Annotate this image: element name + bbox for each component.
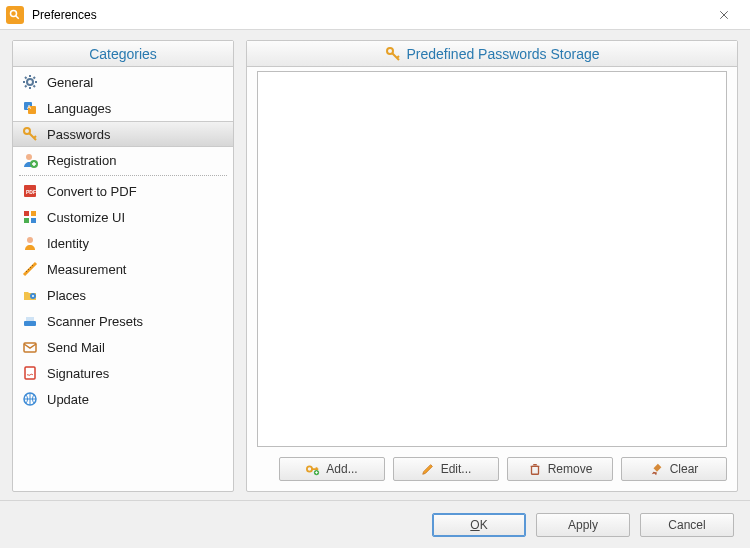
sidebar-item-label: Languages: [47, 101, 111, 116]
sidebar-item-customize-ui[interactable]: Customize UI: [13, 204, 233, 230]
main-title: Predefined Passwords Storage: [407, 46, 600, 62]
close-icon: [718, 9, 730, 21]
sidebar-item-scanner-presets[interactable]: Scanner Presets: [13, 308, 233, 334]
sidebar-item-label: Customize UI: [47, 210, 125, 225]
sidebar-item-label: Signatures: [47, 366, 109, 381]
ruler-icon: [21, 260, 39, 278]
category-separator: [19, 175, 227, 176]
person-add-icon: [21, 151, 39, 169]
key-icon: [21, 125, 39, 143]
clear-button-label: Clear: [670, 462, 699, 476]
sidebar-item-label: Passwords: [47, 127, 111, 142]
sidebar-item-label: Send Mail: [47, 340, 105, 355]
title-bar: Preferences: [0, 0, 750, 30]
sidebar-item-label: Scanner Presets: [47, 314, 143, 329]
sidebar-item-identity[interactable]: Identity: [13, 230, 233, 256]
sidebar-item-languages[interactable]: Languages: [13, 95, 233, 121]
main-panel: Predefined Passwords Storage List of pre…: [246, 40, 738, 492]
sidebar-item-passwords[interactable]: Passwords: [13, 121, 233, 147]
categories-header: Categories: [13, 41, 233, 67]
key-icon: [385, 46, 401, 62]
sidebar-item-send-mail[interactable]: Send Mail: [13, 334, 233, 360]
broom-icon: [650, 462, 664, 476]
magnifier-icon: [9, 9, 21, 21]
sidebar-item-label: Update: [47, 392, 89, 407]
gear-icon: [21, 73, 39, 91]
apply-button[interactable]: Apply: [536, 513, 630, 537]
list-buttons-row: Add... Edit... Remove Clear: [257, 457, 727, 481]
ok-button[interactable]: OK: [432, 513, 526, 537]
categories-panel: Categories GeneralLanguagesPasswordsRegi…: [12, 40, 234, 492]
sidebar-item-registration[interactable]: Registration: [13, 147, 233, 173]
sidebar-item-label: Places: [47, 288, 86, 303]
edit-button[interactable]: Edit...: [393, 457, 499, 481]
main-header: Predefined Passwords Storage: [247, 41, 737, 67]
app-icon: [6, 6, 24, 24]
trash-icon: [528, 462, 542, 476]
sidebar-item-signatures[interactable]: Signatures: [13, 360, 233, 386]
apply-button-label: Apply: [568, 518, 598, 532]
translate-icon: [21, 99, 39, 117]
tiles-icon: [21, 208, 39, 226]
person-icon: [21, 234, 39, 252]
sidebar-item-label: General: [47, 75, 93, 90]
window-title: Preferences: [32, 8, 704, 22]
sidebar-item-convert-to-pdf[interactable]: Convert to PDF: [13, 178, 233, 204]
passwords-listbox[interactable]: [257, 71, 727, 447]
sidebar-item-update[interactable]: Update: [13, 386, 233, 412]
categories-title: Categories: [89, 46, 157, 62]
folder-pin-icon: [21, 286, 39, 304]
categories-list: GeneralLanguagesPasswordsRegistrationCon…: [13, 67, 233, 491]
clear-button[interactable]: Clear: [621, 457, 727, 481]
sidebar-item-general[interactable]: General: [13, 69, 233, 95]
ok-button-label: OK: [470, 518, 487, 532]
dialog-footer: OK Apply Cancel: [0, 500, 750, 548]
add-button-label: Add...: [326, 462, 357, 476]
key-add-icon: [306, 462, 320, 476]
sidebar-item-label: Identity: [47, 236, 89, 251]
sidebar-item-label: Convert to PDF: [47, 184, 137, 199]
cancel-button[interactable]: Cancel: [640, 513, 734, 537]
cancel-button-label: Cancel: [668, 518, 705, 532]
signature-icon: [21, 364, 39, 382]
sidebar-item-places[interactable]: Places: [13, 282, 233, 308]
remove-button-label: Remove: [548, 462, 593, 476]
envelope-icon: [21, 338, 39, 356]
close-button[interactable]: [704, 1, 744, 29]
scanner-icon: [21, 312, 39, 330]
remove-button[interactable]: Remove: [507, 457, 613, 481]
pdf-icon: [21, 182, 39, 200]
sidebar-item-label: Measurement: [47, 262, 126, 277]
edit-button-label: Edit...: [441, 462, 472, 476]
add-button[interactable]: Add...: [279, 457, 385, 481]
sidebar-item-measurement[interactable]: Measurement: [13, 256, 233, 282]
sidebar-item-label: Registration: [47, 153, 116, 168]
globe-icon: [21, 390, 39, 408]
dialog-body: Categories GeneralLanguagesPasswordsRegi…: [0, 30, 750, 500]
pencil-icon: [421, 462, 435, 476]
